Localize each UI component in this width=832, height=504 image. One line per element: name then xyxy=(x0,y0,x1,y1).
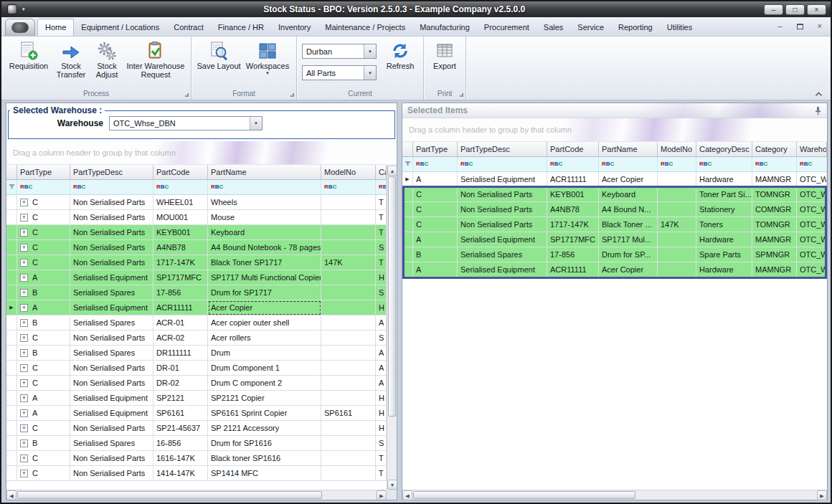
close-button[interactable]: × xyxy=(807,4,826,15)
table-row[interactable]: +CNon Serialised PartsDR-01Drum Componen… xyxy=(6,361,387,376)
cell-parttype[interactable]: +B xyxy=(17,285,70,300)
dropdown-arrow-icon[interactable]: ▼ xyxy=(364,44,376,58)
cell-parttypedesc[interactable]: Non Serialised Parts xyxy=(70,376,153,391)
cell-warehouse[interactable]: OTC_W xyxy=(797,232,827,247)
cell-parttypedesc[interactable]: Non Serialised Parts xyxy=(70,210,153,225)
cell-partcode[interactable]: SP6161 xyxy=(153,406,208,421)
expand-icon[interactable]: + xyxy=(20,394,28,402)
table-row[interactable]: +CNon Serialised Parts1414-147KSP1414 MF… xyxy=(6,466,387,481)
column-header-parttypedesc[interactable]: PartTypeDesc xyxy=(458,142,547,157)
table-row[interactable]: +BSerialised SparesACR-01Acer copier out… xyxy=(6,315,387,331)
parts-filter-dropdown[interactable]: All Parts ▼ xyxy=(302,65,377,80)
cell-parttypedesc[interactable]: Non Serialised Parts xyxy=(70,255,153,270)
cell-category[interactable]: T xyxy=(376,255,387,270)
cell-parttype[interactable]: +C xyxy=(17,361,70,376)
filter-cell-modelno[interactable]: RBC xyxy=(321,180,376,195)
cell-parttype[interactable]: +C xyxy=(17,331,70,346)
cell-modelno[interactable] xyxy=(321,436,376,451)
table-row[interactable]: ▶+ASerialised EquipmentACR11111Acer Copi… xyxy=(6,300,387,315)
cell-partname[interactable]: Drum xyxy=(208,346,321,361)
cell-modelno[interactable] xyxy=(658,232,696,247)
cell-partcode[interactable]: ACR11111 xyxy=(153,300,208,315)
cell-categorydesc[interactable]: Toners xyxy=(696,217,752,232)
cell-category[interactable]: SPMNGR xyxy=(752,247,797,262)
table-row[interactable]: +BSerialised Spares17-856Drum for SP1717… xyxy=(6,285,387,300)
cell-parttype[interactable]: +A xyxy=(17,270,70,285)
cell-partname[interactable]: Acer copier outer shell xyxy=(208,315,321,331)
cell-category[interactable]: A xyxy=(376,346,387,361)
tab-reporting[interactable]: Reporting xyxy=(611,20,660,36)
cell-warehouse[interactable]: OTC_W xyxy=(797,187,827,202)
cell-warehouse[interactable]: OTC_W xyxy=(797,247,827,262)
collapse-ribbon-button[interactable] xyxy=(812,90,825,98)
table-row[interactable]: CNon Serialised Parts1717-147KBlack Tone… xyxy=(402,217,827,232)
refresh-button[interactable]: Refresh xyxy=(381,39,420,72)
scrollbar-thumb[interactable] xyxy=(17,491,322,499)
tab-sales[interactable]: Sales xyxy=(536,20,571,36)
cell-category[interactable]: H xyxy=(376,300,387,315)
cell-warehouse[interactable]: OTC_W xyxy=(797,217,827,232)
cell-parttype[interactable]: +A xyxy=(17,300,70,315)
cell-partcode[interactable]: ACR11111 xyxy=(547,172,599,187)
dialog-launcher-icon[interactable] xyxy=(290,93,294,97)
cell-modelno[interactable] xyxy=(321,210,376,225)
expand-icon[interactable]: + xyxy=(20,319,28,327)
cell-partcode[interactable]: DR-02 xyxy=(153,376,208,391)
cell-category[interactable]: H xyxy=(376,406,387,421)
cell-parttypedesc[interactable]: Serialised Equipment xyxy=(70,300,153,315)
filter-cell-category[interactable]: RBC xyxy=(752,157,797,172)
cell-parttypedesc[interactable]: Serialised Equipment xyxy=(458,262,547,277)
cell-parttypedesc[interactable]: Serialised Equipment xyxy=(458,232,547,247)
table-row[interactable]: +CNon Serialised PartsMOU001MouseT xyxy=(6,210,387,225)
cell-parttypedesc[interactable]: Non Serialised Parts xyxy=(70,331,153,346)
tab-finance-hr[interactable]: Finance / HR xyxy=(211,20,271,36)
cell-categorydesc[interactable]: Hardware xyxy=(696,232,752,247)
cell-modelno[interactable] xyxy=(321,315,376,331)
scroll-up-arrow[interactable]: ▲ xyxy=(387,166,397,176)
expand-icon[interactable]: + xyxy=(20,349,28,357)
cell-partcode[interactable]: ACR-02 xyxy=(153,331,208,346)
scrollbar-thumb[interactable] xyxy=(413,491,635,499)
cell-partname[interactable]: Drum Component 1 xyxy=(208,361,321,376)
cell-modelno[interactable] xyxy=(658,247,696,262)
column-header-modelno[interactable]: ModelNo xyxy=(658,142,696,157)
cell-parttypedesc[interactable]: Serialised Equipment xyxy=(458,172,547,187)
cell-partcode[interactable]: 1414-147K xyxy=(153,466,208,481)
filter-cell-parttypedesc[interactable]: RBC xyxy=(458,157,547,172)
cell-partname[interactable]: Mouse xyxy=(208,210,321,225)
cell-parttype[interactable]: +C xyxy=(17,451,70,466)
table-row[interactable]: CNon Serialised PartsKEYB001KeyboardTone… xyxy=(402,187,827,202)
cell-modelno[interactable] xyxy=(321,285,376,300)
cell-category[interactable]: T xyxy=(376,210,387,225)
table-row[interactable]: +CNon Serialised PartsACR-02Acer rollers… xyxy=(6,331,387,346)
cell-parttypedesc[interactable]: Non Serialised Parts xyxy=(458,217,547,232)
cell-parttype[interactable]: +B xyxy=(17,315,70,331)
cell-parttypedesc[interactable]: Non Serialised Parts xyxy=(70,361,153,376)
cell-modelno[interactable] xyxy=(321,300,376,315)
table-row[interactable]: ASerialised EquipmentSP1717MFCSP1717 Mul… xyxy=(402,232,827,247)
cell-partname[interactable]: Drum for SP... xyxy=(599,247,658,262)
expand-icon[interactable]: + xyxy=(20,244,28,252)
cell-parttypedesc[interactable]: Serialised Spares xyxy=(458,247,547,262)
stock-adjust-button[interactable]: Stock Adjust xyxy=(90,39,124,80)
filter-cell-parttype[interactable]: RBC xyxy=(17,180,70,195)
application-menu-button[interactable] xyxy=(5,19,35,36)
expand-icon[interactable]: + xyxy=(20,409,28,417)
cell-parttype[interactable]: +C xyxy=(17,466,70,481)
cell-partname[interactable]: Acer Copier xyxy=(599,262,658,277)
cell-partcode[interactable]: 1717-147K xyxy=(153,255,208,270)
expand-icon[interactable]: + xyxy=(20,424,28,432)
cell-category[interactable]: T xyxy=(376,451,387,466)
column-header-category[interactable]: Category xyxy=(752,142,797,157)
cell-modelno[interactable] xyxy=(321,466,376,481)
cell-partname[interactable]: Wheels xyxy=(208,195,321,210)
cell-parttypedesc[interactable]: Serialised Spares xyxy=(70,346,153,361)
cell-modelno[interactable] xyxy=(321,361,376,376)
column-header-partname[interactable]: PartName xyxy=(599,142,658,157)
cell-partcode[interactable]: MOU001 xyxy=(153,210,208,225)
filter-cell-partname[interactable]: RBC xyxy=(599,157,658,172)
workspaces-button[interactable]: Workspaces ▼ xyxy=(242,39,293,77)
save-layout-button[interactable]: Save Layout xyxy=(195,39,242,72)
cell-modelno[interactable]: 147K xyxy=(321,255,376,270)
cell-partcode[interactable]: A4NB78 xyxy=(547,202,599,217)
